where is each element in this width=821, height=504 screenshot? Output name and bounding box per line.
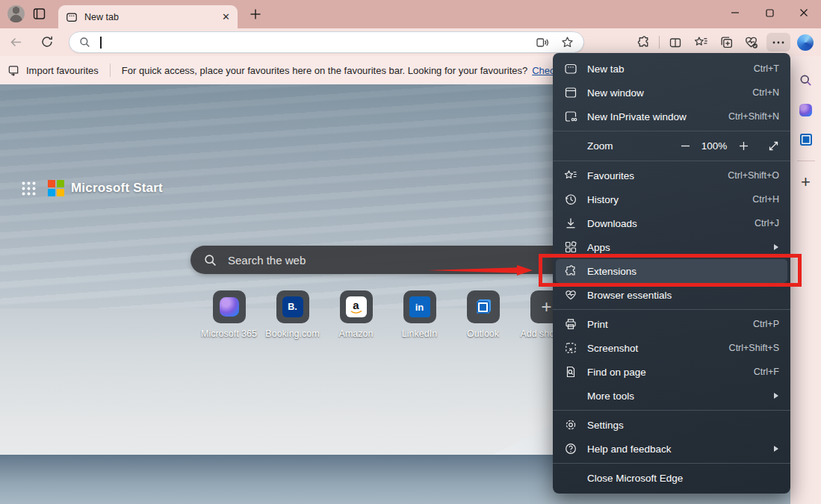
shortcut-tiles: Microsoft 365 B. Booking.com a Amazon in… xyxy=(197,290,578,339)
maximize-button[interactable] xyxy=(752,0,787,25)
new-tab-button[interactable] xyxy=(248,7,263,22)
outlook-icon xyxy=(477,301,489,314)
favourites-icon[interactable] xyxy=(688,35,713,49)
new-window-icon xyxy=(563,86,577,99)
collections-icon[interactable] xyxy=(713,35,739,49)
tile-outlook[interactable]: Outlook xyxy=(451,290,515,339)
downloads-icon xyxy=(563,217,577,230)
menu-item-zoom: Zoom 100% xyxy=(553,134,790,158)
search-icon xyxy=(204,254,217,267)
linkedin-icon: in xyxy=(409,296,430,317)
browser-essentials-icon[interactable] xyxy=(739,35,764,50)
copilot-icon[interactable] xyxy=(797,34,814,51)
search-icon xyxy=(79,37,90,48)
menu-item-downloads[interactable]: Downloads Ctrl+J xyxy=(553,211,790,235)
favourite-star-icon[interactable] xyxy=(561,36,574,49)
submenu-chevron-icon xyxy=(773,392,779,399)
tile-amazon[interactable]: a Amazon xyxy=(324,290,388,339)
brand: Microsoft Start xyxy=(48,180,163,196)
search-placeholder: Search the web xyxy=(228,254,306,267)
tile-linkedin[interactable]: in LinkedIn xyxy=(388,290,451,339)
extensions-icon[interactable] xyxy=(631,35,656,49)
menu-item-screenshot[interactable]: Screenshot Ctrl+Shift+S xyxy=(553,336,790,360)
find-on-page-icon xyxy=(563,365,577,379)
submenu-chevron-icon xyxy=(773,445,779,452)
import-favourites-button[interactable]: Import favourites xyxy=(26,65,99,76)
sidebar-microsoft-365-icon[interactable] xyxy=(790,95,821,125)
app-launcher-icon[interactable] xyxy=(21,181,37,196)
annotation-arrow xyxy=(427,263,533,278)
fullscreen-icon[interactable] xyxy=(768,140,779,152)
toolbar-divider xyxy=(659,36,660,49)
tile-microsoft-365[interactable]: Microsoft 365 xyxy=(197,290,261,339)
plus-icon: + xyxy=(541,298,551,316)
new-tab-icon xyxy=(563,62,577,75)
browser-window: New tab ✕ xyxy=(0,0,821,504)
microsoft-365-icon xyxy=(220,297,239,317)
screenshot-icon xyxy=(563,341,577,355)
settings-gear-icon xyxy=(563,418,577,432)
favbar-divider xyxy=(110,63,111,77)
apps-icon xyxy=(563,240,577,254)
browser-essentials-icon xyxy=(563,288,577,302)
tab-title: New tab xyxy=(84,12,215,22)
zoom-value: 100% xyxy=(696,140,732,152)
tab-new-tab[interactable]: New tab ✕ xyxy=(58,5,238,28)
sidebar-divider xyxy=(797,161,815,161)
inprivate-icon xyxy=(563,110,577,123)
menu-item-new-window[interactable]: New window Ctrl+N xyxy=(553,81,790,105)
favourites-icon xyxy=(563,169,577,182)
settings-and-more-button[interactable] xyxy=(766,33,790,52)
menu-separator xyxy=(553,131,790,131)
toolbar xyxy=(0,28,821,56)
menu-item-new-inprivate-window[interactable]: New InPrivate window Ctrl+Shift+N xyxy=(553,105,790,128)
refresh-icon[interactable] xyxy=(40,35,54,49)
annotation-highlight-box xyxy=(539,254,802,287)
menu-separator xyxy=(553,309,790,310)
menu-item-close-microsoft-edge[interactable]: Close Microsoft Edge xyxy=(553,466,790,490)
minimize-button[interactable] xyxy=(718,0,752,25)
menu-item-print[interactable]: Print Ctrl+P xyxy=(553,312,790,336)
print-icon xyxy=(563,317,577,331)
menu-separator xyxy=(553,161,790,161)
brand-title: Microsoft Start xyxy=(71,181,163,196)
menu-separator xyxy=(553,463,790,464)
menu-item-new-tab[interactable]: New tab Ctrl+T xyxy=(553,57,790,81)
close-button[interactable] xyxy=(787,0,821,25)
tile-booking[interactable]: B. Booking.com xyxy=(261,290,324,339)
tab-favicon xyxy=(66,11,78,23)
menu-item-history[interactable]: History Ctrl+H xyxy=(553,187,790,211)
menu-item-help-and-feedback[interactable]: Help and feedback xyxy=(553,437,790,461)
submenu-chevron-icon xyxy=(773,243,779,251)
text-caret xyxy=(100,37,102,49)
back-icon[interactable] xyxy=(9,35,23,49)
booking-icon: B. xyxy=(282,296,303,317)
sidebar-search-icon[interactable] xyxy=(790,65,821,95)
tab-close-icon[interactable]: ✕ xyxy=(222,12,230,22)
address-bar[interactable] xyxy=(69,31,584,53)
history-icon xyxy=(563,193,577,206)
read-aloud-icon[interactable] xyxy=(536,36,549,49)
profile-avatar[interactable] xyxy=(7,5,25,22)
favbar-message: For quick access, place your favourites … xyxy=(122,65,527,76)
zoom-out-button[interactable] xyxy=(674,137,696,156)
tab-strip: New tab ✕ xyxy=(0,0,821,28)
menu-item-favourites[interactable]: Favourites Ctrl+Shift+O xyxy=(553,164,790,187)
sidebar-outlook-icon[interactable] xyxy=(790,125,821,155)
split-screen-icon[interactable] xyxy=(663,36,688,49)
amazon-icon: a xyxy=(346,296,367,317)
sidebar-add-icon[interactable]: + xyxy=(790,167,821,197)
import-favourites-icon xyxy=(7,64,20,77)
menu-item-settings[interactable]: Settings xyxy=(553,413,790,437)
toolbar-icons xyxy=(631,28,820,56)
tab-actions-icon[interactable] xyxy=(33,7,46,20)
microsoft-logo-icon xyxy=(48,180,64,196)
menu-separator xyxy=(553,410,790,411)
zoom-in-button[interactable] xyxy=(732,137,755,156)
menu-item-find-on-page[interactable]: Find on page Ctrl+F xyxy=(553,360,790,384)
window-controls xyxy=(718,0,821,25)
menu-item-more-tools[interactable]: More tools xyxy=(553,384,790,408)
help-icon xyxy=(563,442,577,455)
